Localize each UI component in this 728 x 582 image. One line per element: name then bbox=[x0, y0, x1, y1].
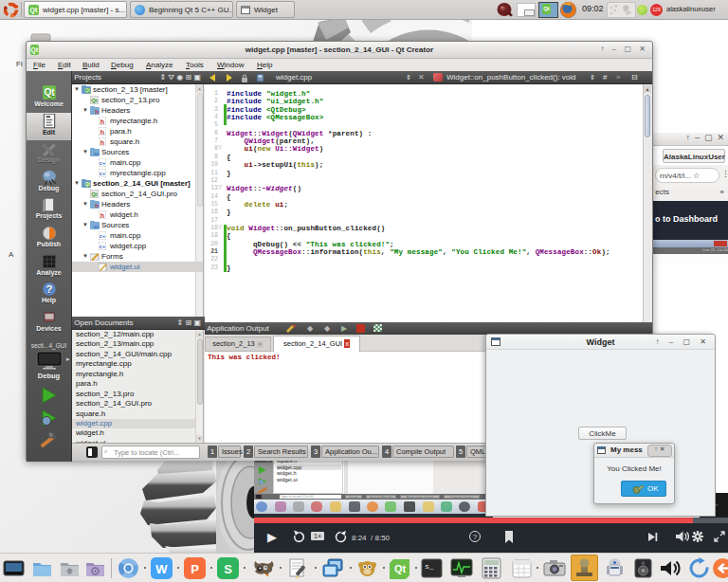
svg-text:c+: c+ bbox=[100, 171, 105, 176]
svg-text:c+: c+ bbox=[100, 160, 105, 166]
svg-text:P: P bbox=[191, 562, 199, 576]
svg-text:s_: s_ bbox=[425, 562, 434, 571]
svg-text:Qt: Qt bbox=[85, 88, 91, 93]
svg-text:?: ? bbox=[46, 283, 52, 295]
svg-text:Qt: Qt bbox=[85, 182, 91, 187]
svg-text:c+: c+ bbox=[94, 151, 100, 156]
svg-text:h: h bbox=[95, 203, 99, 209]
svg-text:h: h bbox=[95, 109, 99, 115]
svg-text:Qt: Qt bbox=[44, 87, 55, 98]
svg-text:Qt: Qt bbox=[91, 98, 98, 103]
svg-text:S: S bbox=[224, 562, 232, 576]
svg-text:Qt: Qt bbox=[91, 191, 98, 197]
svg-text:h: h bbox=[100, 139, 104, 146]
svg-text:c+: c+ bbox=[100, 244, 105, 249]
svg-text:Qt: Qt bbox=[394, 563, 407, 574]
svg-text:h: h bbox=[100, 129, 104, 136]
svg-text:c+: c+ bbox=[94, 224, 100, 229]
svg-text:W: W bbox=[155, 562, 168, 576]
svg-text:c+: c+ bbox=[100, 233, 105, 239]
svg-text:h: h bbox=[100, 118, 104, 125]
svg-text:h: h bbox=[100, 212, 104, 219]
